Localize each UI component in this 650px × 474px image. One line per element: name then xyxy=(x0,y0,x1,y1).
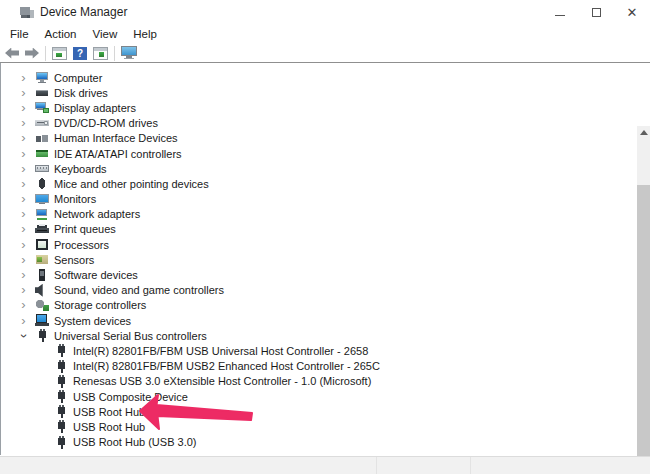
strip-seam xyxy=(376,457,377,474)
tree-item-usb-composite-device[interactable]: USB Composite Device xyxy=(2,389,637,404)
chevron-icon[interactable] xyxy=(17,102,30,114)
tree-item-software-devices[interactable]: Software devices xyxy=(2,267,637,282)
tree-item-monitors[interactable]: Monitors xyxy=(2,192,637,207)
tree-item-label: System devices xyxy=(54,315,131,327)
titlebar: Device Manager ✕ xyxy=(0,0,650,24)
tree-item-usb-root-hub[interactable]: USB Root Hub xyxy=(2,419,637,434)
chevron-icon[interactable] xyxy=(17,254,30,266)
chevron-icon[interactable] xyxy=(17,315,30,327)
console-tree-button[interactable] xyxy=(49,45,70,62)
tree-item-computer[interactable]: Computer xyxy=(2,70,637,85)
chevron-icon[interactable] xyxy=(17,299,30,311)
tree-item-sound-video-and-game-controllers[interactable]: Sound, video and game controllers xyxy=(2,283,637,298)
chevron-icon[interactable] xyxy=(17,284,30,296)
maximize-button[interactable] xyxy=(578,0,614,24)
tree-item-label: Disk drives xyxy=(54,87,108,99)
chevron-icon[interactable] xyxy=(18,329,30,342)
chevron-icon[interactable] xyxy=(17,223,30,235)
tree-item-label: Mice and other pointing devices xyxy=(54,178,209,190)
monitor-icon xyxy=(35,193,49,206)
chevron-icon[interactable] xyxy=(17,193,30,205)
scroll-up-icon xyxy=(640,130,648,135)
tree-item-sensors[interactable]: Sensors xyxy=(2,252,637,267)
tree-item-usb-root-hub[interactable]: USB Root Hub xyxy=(2,404,637,419)
computer-icon xyxy=(35,71,49,84)
tree-item-label: USB Root Hub xyxy=(73,421,145,433)
tree-item-label: Print queues xyxy=(54,223,116,235)
tree-item-intel-r-82801fb-fbm-usb-universal-host-controller-2658[interactable]: Intel(R) 82801FB/FBM USB Universal Host … xyxy=(2,343,637,358)
usb-icon xyxy=(54,390,68,403)
forward-button[interactable] xyxy=(22,45,42,62)
help-icon xyxy=(73,47,87,60)
tree-item-universal-serial-bus-controllers[interactable]: Universal Serial Bus controllers xyxy=(2,328,637,343)
tree-item-label: Processors xyxy=(54,239,109,251)
chevron-icon[interactable] xyxy=(17,132,30,144)
tree-item-storage-controllers[interactable]: Storage controllers xyxy=(2,298,637,313)
scrollbar-thumb[interactable] xyxy=(637,185,650,474)
usb-icon xyxy=(54,420,68,433)
device-tree-pane: Computer Disk drives Display adapters DV… xyxy=(0,63,650,455)
menu-help[interactable]: Help xyxy=(125,26,165,42)
maximize-icon xyxy=(592,8,601,17)
menu-view[interactable]: View xyxy=(85,26,126,42)
chevron-icon[interactable] xyxy=(17,239,30,251)
back-arrow-icon xyxy=(5,48,19,59)
tree-item-label: DVD/CD-ROM drives xyxy=(54,117,158,129)
computer-view-button[interactable] xyxy=(118,45,140,62)
tree-item-dvd-cd-rom-drives[interactable]: DVD/CD-ROM drives xyxy=(2,116,637,131)
tree-item-keyboards[interactable]: Keyboards xyxy=(2,161,637,176)
close-button[interactable]: ✕ xyxy=(614,0,650,24)
tree-item-disk-drives[interactable]: Disk drives xyxy=(2,85,637,100)
action-pane-button[interactable] xyxy=(90,45,111,62)
forward-arrow-icon xyxy=(25,48,39,59)
menu-file[interactable]: File xyxy=(2,26,37,42)
vertical-scrollbar[interactable] xyxy=(637,126,650,474)
tree-item-display-adapters[interactable]: Display adapters xyxy=(2,100,637,115)
chevron-icon[interactable] xyxy=(17,72,30,84)
close-icon: ✕ xyxy=(627,6,638,19)
disk-icon xyxy=(35,86,49,99)
tree-item-label: Sound, video and game controllers xyxy=(54,284,224,296)
strip-seam xyxy=(470,457,471,474)
tree-item-print-queues[interactable]: Print queues xyxy=(2,222,637,237)
tree-item-renesas-usb-3-0-extensible-host-controller-1-0-microsoft[interactable]: Renesas USB 3.0 eXtensible Host Controll… xyxy=(2,374,637,389)
chevron-icon[interactable] xyxy=(17,87,30,99)
tree-item-mice-and-other-pointing-devices[interactable]: Mice and other pointing devices xyxy=(2,176,637,191)
chevron-icon[interactable] xyxy=(17,117,30,129)
tree-item-label: Network adapters xyxy=(54,208,140,220)
dvd-icon xyxy=(35,117,49,130)
tree-item-network-adapters[interactable]: Network adapters xyxy=(2,207,637,222)
toolbar-separator xyxy=(45,46,46,61)
tree-item-human-interface-devices[interactable]: Human Interface Devices xyxy=(2,131,637,146)
back-button[interactable] xyxy=(2,45,22,62)
chevron-icon[interactable] xyxy=(17,178,30,190)
scroll-up-button[interactable] xyxy=(637,126,650,139)
usb-icon xyxy=(54,436,68,449)
chevron-icon[interactable] xyxy=(17,148,30,160)
tree-item-system-devices[interactable]: System devices xyxy=(2,313,637,328)
chevron-icon[interactable] xyxy=(17,163,30,175)
printer-icon xyxy=(35,223,49,236)
chevron-icon[interactable] xyxy=(17,208,30,220)
tree-item-label: Storage controllers xyxy=(54,299,146,311)
tree-item-label: Human Interface Devices xyxy=(54,132,178,144)
tree-item-label: USB Composite Device xyxy=(73,391,188,403)
tree-item-label: Sensors xyxy=(54,254,94,266)
menu-action[interactable]: Action xyxy=(37,26,85,42)
tree-item-label: Monitors xyxy=(54,193,96,205)
tree-item-processors[interactable]: Processors xyxy=(2,237,637,252)
chevron-icon[interactable] xyxy=(17,269,30,281)
network-icon xyxy=(35,208,49,221)
usb-icon xyxy=(54,344,68,357)
tree-item-intel-r-82801fb-fbm-usb2-enhanced-host-controller-265c[interactable]: Intel(R) 82801FB/FBM USB2 Enhanced Host … xyxy=(2,359,637,374)
minimize-button[interactable] xyxy=(542,0,578,24)
tree-item-label: Display adapters xyxy=(54,102,136,114)
tree-item-label: Computer xyxy=(54,72,102,84)
help-button[interactable] xyxy=(70,45,90,62)
tree-item-ide-ata-atapi-controllers[interactable]: IDE ATA/ATAPI controllers xyxy=(2,146,637,161)
tree-item-label: Intel(R) 82801FB/FBM USB Universal Host … xyxy=(73,345,368,357)
tree-item-usb-root-hub-usb-3-0[interactable]: USB Root Hub (USB 3.0) xyxy=(2,435,637,450)
usb-icon xyxy=(54,405,68,418)
system-icon xyxy=(35,314,49,327)
window-title: Device Manager xyxy=(40,5,127,19)
